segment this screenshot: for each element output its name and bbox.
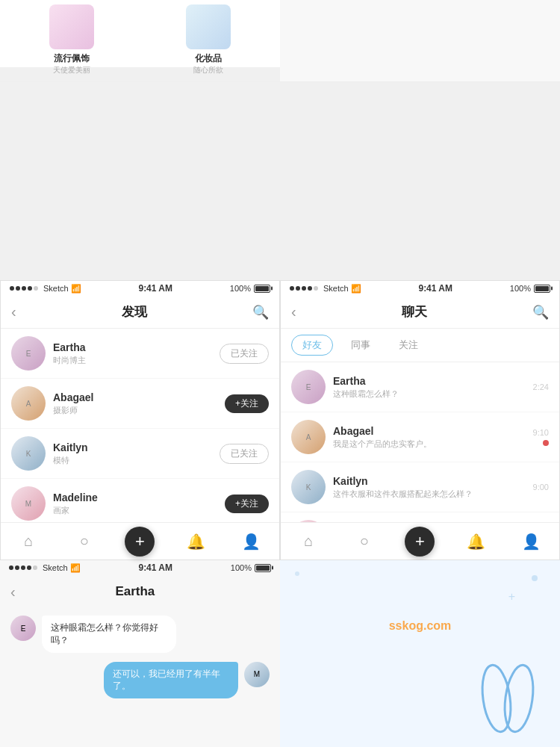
- promo-img-2: [186, 4, 231, 49]
- wifi-icon-c: 📶: [70, 563, 81, 573]
- nav-home-left[interactable]: ⌂: [1, 523, 57, 560]
- battery-fill-convo: [256, 565, 270, 571]
- chat-tab-bar: 好友同事关注: [281, 329, 559, 362]
- home-icon-right: ⌂: [304, 533, 313, 550]
- follow-button[interactable]: 已关注: [220, 344, 269, 364]
- watermark: sskog.com: [389, 619, 452, 633]
- carrier-right: Sketch: [323, 284, 349, 293]
- chat-item[interactable]: E Eartha 这种眼霜怎么样？ 2:24: [281, 362, 559, 412]
- search-icon-chat[interactable]: 🔍: [532, 304, 549, 320]
- user-info: Kaitlyn 模特: [53, 441, 220, 466]
- follow-button[interactable]: 已关注: [220, 444, 269, 464]
- chat-list-nav: ‹ 聊天 🔍: [281, 296, 559, 329]
- battery-icon-left: [254, 285, 270, 293]
- chat-item[interactable]: A Abagael 我是这个产品的忠实客户。 9:10: [281, 412, 559, 462]
- chat-info: Kaitlyn 这件衣服和这件衣服搭配起来怎么样？: [333, 475, 533, 500]
- chat-name: Eartha: [333, 375, 533, 387]
- user-name: Madeline: [53, 492, 225, 503]
- back-icon-chat[interactable]: ‹: [291, 303, 296, 320]
- chat-avatar: K: [291, 470, 326, 504]
- user-avatar: E: [11, 336, 46, 371]
- chat-preview: 我是这个产品的忠实客户。: [333, 438, 533, 450]
- nav-home-right[interactable]: ⌂: [281, 523, 337, 560]
- watermark-text: sskog.com: [389, 619, 452, 632]
- status-right-c: 100%: [231, 563, 271, 572]
- nav-add-left[interactable]: +: [112, 523, 168, 560]
- fab-add-left[interactable]: +: [125, 527, 155, 557]
- search-icon-nav-right: ○: [360, 533, 369, 550]
- user-desc: 时尚博主: [53, 355, 220, 366]
- chat-tab-关注[interactable]: 关注: [388, 335, 429, 355]
- nav-search-left[interactable]: ○: [57, 523, 113, 560]
- nav-bell-right[interactable]: 🔔: [448, 523, 504, 560]
- profile-icon-right: 👤: [522, 533, 541, 551]
- status-bar-convo: Sketch 📶 9:41 AM 100%: [0, 560, 280, 575]
- top-promo-area: 流行佩饰 天使爱美丽 化妆品 随心所欲: [0, 0, 560, 67]
- deco-dot-2: [295, 571, 299, 576]
- user-info: Eartha 时尚博主: [53, 341, 220, 366]
- follow-button[interactable]: +关注: [225, 394, 269, 413]
- promo-item-2[interactable]: 化妆品 随心所欲: [148, 4, 270, 75]
- status-left: Sketch 📶: [10, 284, 81, 294]
- status-right-r: 100%: [510, 284, 550, 293]
- bottom-nav-right: ⌂ ○ + 🔔 👤: [281, 522, 559, 560]
- battery-pct-right: 100%: [510, 284, 531, 293]
- nav-add-right[interactable]: +: [392, 523, 448, 560]
- status-left-r: Sketch 📶: [290, 284, 361, 294]
- battery-pct-convo: 100%: [231, 563, 252, 572]
- chat-item[interactable]: M Madeline 你的妆看起来怎么样？ 18:23: [281, 512, 559, 522]
- chat-messages: E这种眼霜怎么样？你觉得好吗？M还可以，我已经用了有半年了。: [0, 608, 280, 747]
- user-desc: 摄影师: [53, 405, 225, 416]
- message-bubble: 这种眼霜怎么样？你觉得好吗？: [42, 616, 176, 653]
- user-name: Kaitlyn: [53, 441, 220, 453]
- chat-meta: 9:00: [533, 483, 549, 492]
- deco-dot-1: [532, 575, 538, 581]
- user-list: E Eartha 时尚博主 已关注 A Abagael 摄影师 +关注 K Ka…: [1, 329, 279, 522]
- user-item[interactable]: K Kaitlyn 模特 已关注: [1, 429, 279, 479]
- chat-tab-好友[interactable]: 好友: [291, 335, 333, 356]
- nav-bell-left[interactable]: 🔔: [168, 523, 224, 560]
- nav-profile-left[interactable]: 👤: [223, 523, 279, 560]
- user-name: Abagael: [53, 391, 225, 403]
- battery-fill-left: [255, 286, 269, 291]
- signal-dots: [10, 286, 38, 291]
- unread-dot: [543, 440, 549, 446]
- message-row: M还可以，我已经用了有半年了。: [10, 662, 270, 699]
- search-icon-left: ○: [80, 533, 89, 550]
- time-convo: 9:41 AM: [138, 562, 172, 573]
- discover-panel: Sketch 📶 9:41 AM 100% ‹ 发现 🔍 E: [0, 280, 280, 560]
- right-promo: [280, 0, 560, 82]
- message-bubble: 还可以，我已经用了有半年了。: [104, 662, 238, 699]
- chat-tab-同事[interactable]: 同事: [340, 335, 381, 355]
- carrier-convo: Sketch: [43, 563, 68, 572]
- user-desc: 模特: [53, 455, 220, 466]
- back-icon-discover[interactable]: ‹: [11, 303, 16, 320]
- user-info: Madeline 画家: [53, 492, 225, 516]
- nav-search-right[interactable]: ○: [337, 523, 393, 560]
- user-item[interactable]: E Eartha 时尚博主 已关注: [1, 329, 279, 379]
- fab-add-right[interactable]: +: [405, 527, 435, 557]
- wifi-icon-r: 📶: [351, 284, 361, 294]
- chat-preview: 这种眼霜怎么样？: [333, 388, 533, 400]
- follow-button[interactable]: +关注: [225, 495, 269, 513]
- battery-pct-left: 100%: [230, 284, 251, 293]
- chat-convo-panel: Sketch 📶 9:41 AM 100% ‹ Eartha E这种眼霜怎么样？…: [0, 560, 280, 747]
- search-icon-discover[interactable]: 🔍: [252, 304, 269, 320]
- chat-item[interactable]: K Kaitlyn 这件衣服和这件衣服搭配起来怎么样？ 9:00: [281, 462, 559, 512]
- user-item[interactable]: M Madeline 画家 +关注: [1, 479, 279, 522]
- promo-label-1: 流行佩饰: [10, 52, 133, 65]
- chat-info: Eartha 这种眼霜怎么样？: [333, 375, 533, 400]
- status-right-left: 100%: [230, 284, 270, 293]
- chat-info: Abagael 我是这个产品的忠实客户。: [333, 425, 533, 450]
- bell-icon-left: 🔔: [187, 533, 205, 551]
- svg-point-1: [501, 663, 537, 734]
- user-item[interactable]: A Abagael 摄影师 +关注: [1, 379, 279, 429]
- back-icon-convo[interactable]: ‹: [10, 583, 16, 601]
- nav-profile-right[interactable]: 👤: [503, 523, 559, 560]
- chat-name: Kaitlyn: [333, 475, 533, 487]
- user-info: Abagael 摄影师: [53, 391, 225, 416]
- discover-nav: ‹ 发现 🔍: [1, 296, 279, 329]
- wifi-icon: 📶: [71, 284, 81, 294]
- signal-dots-c: [9, 565, 37, 570]
- promo-item-1[interactable]: 流行佩饰 天使爱美丽: [10, 4, 133, 75]
